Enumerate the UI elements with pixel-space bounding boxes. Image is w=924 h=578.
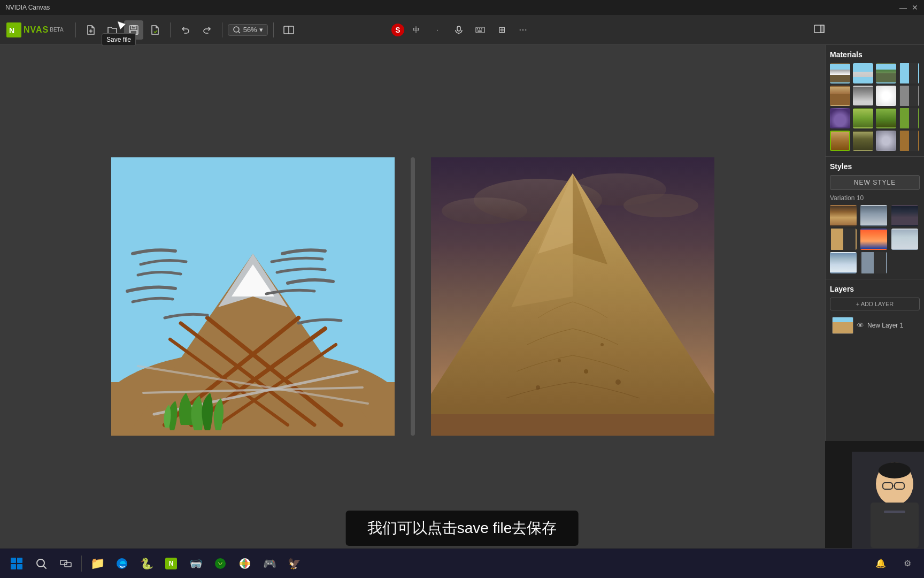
material-sparkle[interactable]: [876, 131, 896, 151]
webcam-overlay: [825, 441, 924, 548]
svg-text:N: N: [9, 26, 14, 35]
undo-button[interactable]: [176, 20, 195, 40]
taskbar-app2[interactable]: 🦅: [283, 552, 305, 575]
mic-btn[interactable]: [449, 20, 468, 40]
toolbar: N NVAS BETA: [0, 15, 924, 45]
variation-partial-3[interactable]: [860, 252, 887, 273]
new-style-button[interactable]: NEW STYLE: [830, 175, 920, 190]
material-snow[interactable]: [876, 86, 896, 106]
add-layer-button[interactable]: + ADD LAYER: [830, 298, 920, 310]
split-view-button[interactable]: [279, 20, 298, 40]
split-view-icon: [283, 24, 295, 36]
material-green-mountain[interactable]: [876, 63, 896, 83]
svg-point-61: [37, 559, 44, 567]
reference-canvas[interactable]: [431, 157, 714, 436]
start-button[interactable]: [5, 552, 28, 575]
taskbar-nvidia[interactable]: N: [160, 552, 182, 575]
sogou-icon[interactable]: S: [391, 24, 404, 36]
taskbar-folder[interactable]: 📁: [86, 552, 109, 575]
svg-rect-57: [11, 558, 16, 563]
center-toolbar: S 中 · ⊞ ⋯: [391, 20, 533, 40]
title-bar-controls: — ✕: [899, 4, 919, 11]
taskbar-browser-2[interactable]: [234, 552, 256, 575]
toolbar-separator-2: [170, 22, 171, 37]
svg-point-52: [879, 462, 911, 478]
taskbar-right: 🔔 ⚙: [869, 552, 919, 575]
material-flower[interactable]: [830, 108, 850, 128]
close-button[interactable]: ✕: [911, 4, 919, 11]
windows-icon: [10, 557, 23, 570]
drawing-canvas[interactable]: [111, 157, 395, 436]
keyboard-icon: [475, 27, 485, 33]
taskbar: 📁 🐍 N 🥽 🎮 🦅 🔔 ⚙: [0, 548, 924, 578]
material-desert[interactable]: [830, 86, 850, 106]
panel-toggle-icon: [813, 23, 825, 35]
export-button[interactable]: [145, 20, 165, 40]
reference-photo: [431, 157, 714, 436]
svg-rect-10: [476, 27, 484, 33]
taskbar-notification[interactable]: 🔔: [869, 552, 892, 575]
sogou-tool1[interactable]: ⊞: [492, 20, 511, 40]
materials-section: Materials: [826, 45, 924, 157]
right-panel-toggle[interactable]: [813, 23, 825, 37]
new-file-button[interactable]: [81, 20, 101, 40]
svg-point-5: [234, 27, 239, 32]
canvas-divider[interactable]: [411, 157, 415, 436]
save-file-tooltip: Save file: [102, 33, 136, 46]
variation-misty[interactable]: [891, 229, 918, 250]
toolbar-separator-3: [222, 22, 222, 37]
taskbar-xbox[interactable]: [209, 552, 232, 575]
nvidia-logo-icon: N: [6, 22, 21, 37]
material-gray-partial[interactable]: [899, 86, 919, 106]
variation-cloudy[interactable]: [860, 205, 887, 226]
layer-thumbnail: [832, 317, 853, 334]
material-sand[interactable]: [830, 131, 850, 151]
svg-point-66: [218, 561, 223, 566]
material-brown-partial[interactable]: [899, 131, 919, 151]
taskbar-vr[interactable]: 🥽: [184, 552, 207, 575]
variation-dark-silhouette[interactable]: [891, 205, 918, 226]
material-cactus[interactable]: [853, 131, 873, 151]
taskbar-separator: [81, 556, 82, 572]
save-tooltip-text: Save file: [106, 36, 131, 43]
material-cloud-layer[interactable]: [853, 86, 873, 106]
sogou-tool2[interactable]: ⋯: [513, 20, 533, 40]
taskbar-browser-1[interactable]: [111, 552, 133, 575]
svg-rect-3: [132, 26, 136, 29]
materials-grid: [830, 63, 920, 151]
variation-desert-peak[interactable]: [830, 205, 857, 226]
task-view-button[interactable]: [55, 552, 77, 575]
svg-rect-58: [17, 558, 22, 563]
variations-grid: [830, 205, 920, 273]
material-green-hills[interactable]: [853, 108, 873, 128]
zoom-control[interactable]: 56% ▾: [228, 24, 268, 36]
logo-text: NVAS: [24, 25, 49, 35]
redo-button[interactable]: [197, 20, 217, 40]
material-partial-1[interactable]: [899, 63, 919, 83]
export-icon: [149, 24, 161, 36]
variation-snowy[interactable]: [830, 252, 857, 273]
search-button[interactable]: [30, 552, 52, 575]
toolbar-separator-1: [75, 22, 76, 37]
layer-item-1[interactable]: 👁 New Layer 1: [830, 315, 920, 336]
material-snow-mountain[interactable]: [830, 63, 850, 83]
variation-sunset[interactable]: [860, 229, 887, 250]
subtitle-bar: 我们可以点击save file去保存: [346, 511, 579, 546]
taskbar-settings[interactable]: ⚙: [896, 552, 919, 575]
material-clouds[interactable]: [853, 63, 873, 83]
task-view-icon: [60, 558, 72, 569]
keyboard-btn[interactable]: [471, 20, 490, 40]
mic-icon: [455, 26, 463, 34]
variation-partial-2[interactable]: [830, 229, 857, 250]
material-tall-grass[interactable]: [876, 108, 896, 128]
layer-visibility-icon[interactable]: 👁: [857, 321, 864, 330]
taskbar-python[interactable]: 🐍: [135, 552, 158, 575]
chinese-input-btn[interactable]: 中: [406, 20, 426, 40]
svg-rect-46: [431, 157, 714, 436]
zoom-dropdown-icon[interactable]: ▾: [259, 26, 263, 34]
pinyin-btn[interactable]: ·: [428, 20, 447, 40]
svg-rect-59: [11, 564, 16, 569]
material-green-partial[interactable]: [899, 108, 919, 128]
taskbar-app1[interactable]: 🎮: [258, 552, 281, 575]
minimize-button[interactable]: —: [899, 4, 907, 11]
